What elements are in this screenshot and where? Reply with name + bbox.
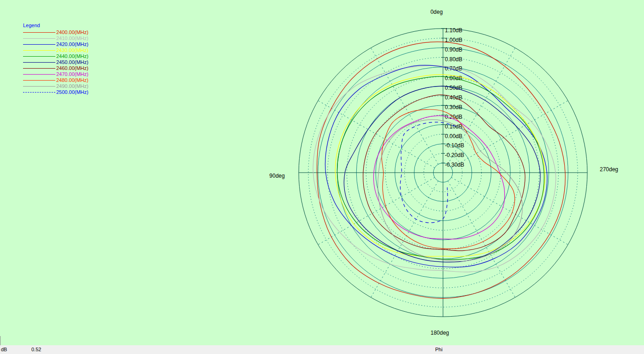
radial-label--0.10dB: -0.10dB <box>445 142 464 149</box>
legend-swatch <box>23 74 55 75</box>
legend-item-243000: 2430.00(MHz) <box>23 47 89 53</box>
legend: Legend 2400.00(MHz)2410.00(MHz)2420.00(M… <box>23 23 89 95</box>
legend-item-241000: 2410.00(MHz) <box>23 35 89 41</box>
radial-label--0.30dB: -0.30dB <box>445 162 464 168</box>
legend-swatch <box>23 86 55 87</box>
radial-label-0.80dB: 0.80dB <box>445 56 462 63</box>
legend-swatch <box>23 38 55 39</box>
angle-label-180: 180deg <box>431 330 449 336</box>
statusbar-phi-label: Phi <box>435 347 443 352</box>
legend-item-244000: 2440.00(MHz) <box>23 53 89 59</box>
legend-title: Legend <box>23 23 89 29</box>
legend-item-250000: 2500.00(MHz) <box>23 89 89 95</box>
legend-label: 2480.00(MHz) <box>56 77 89 83</box>
trace-241000MHz <box>313 65 556 272</box>
radial-label-1.10dB: 1.10dB <box>445 27 462 34</box>
legend-swatch <box>23 92 55 93</box>
status-bar: dB 0.52 Phi <box>0 345 644 354</box>
angle-label-270: 270deg <box>600 166 618 173</box>
radial-label-0.00dB: 0.00dB <box>445 133 462 139</box>
legend-label: 2440.00(MHz) <box>56 53 89 59</box>
left-edge-artifact <box>0 336 0 345</box>
polar-chart-area: 1.10dB1.00dB0.90dB0.80dB0.70dB0.60dB0.50… <box>0 0 644 345</box>
statusbar-db-value: 0.52 <box>31 347 41 352</box>
legend-swatch <box>23 62 55 63</box>
legend-item-246000: 2460.00(MHz) <box>23 65 89 71</box>
legend-item-240000: 2400.00(MHz) <box>23 29 89 35</box>
legend-item-248000: 2480.00(MHz) <box>23 77 89 83</box>
trace-248000MHz <box>382 110 515 249</box>
legend-label: 2470.00(MHz) <box>56 71 89 77</box>
legend-item-247000: 2470.00(MHz) <box>23 71 89 77</box>
legend-items: 2400.00(MHz)2410.00(MHz)2420.00(MHz)2430… <box>23 29 89 95</box>
legend-label: 2410.00(MHz) <box>56 35 89 41</box>
legend-swatch <box>23 50 55 51</box>
radial-label--0.20dB: -0.20dB <box>445 152 464 158</box>
legend-swatch <box>23 68 55 69</box>
radial-label-0.60dB: 0.60dB <box>445 75 462 81</box>
legend-label: 2450.00(MHz) <box>56 59 89 65</box>
legend-label: 2460.00(MHz) <box>56 65 89 71</box>
polar-chart: 1.10dB1.00dB0.90dB0.80dB0.70dB0.60dB0.50… <box>0 0 644 345</box>
legend-label: 2420.00(MHz) <box>56 41 89 47</box>
radial-label-0.30dB: 0.30dB <box>445 104 462 110</box>
legend-item-242000: 2420.00(MHz) <box>23 41 89 47</box>
radial-label-0.90dB: 0.90dB <box>445 46 462 53</box>
statusbar-db-label: dB <box>1 347 7 352</box>
angle-label-0: 0deg <box>431 9 443 15</box>
legend-label: 2430.00(MHz) <box>56 47 89 53</box>
angle-label-90: 90deg <box>269 173 284 179</box>
legend-item-249000: 2490.00(MHz) <box>23 83 89 89</box>
trace-243000MHz <box>335 75 545 256</box>
legend-swatch <box>23 32 55 33</box>
legend-item-245000: 2450.00(MHz) <box>23 59 89 65</box>
legend-swatch <box>23 56 55 57</box>
trace-242000MHz <box>325 65 547 267</box>
legend-label: 2400.00(MHz) <box>56 29 89 35</box>
legend-swatch <box>23 44 55 45</box>
radial-label-0.50dB: 0.50dB <box>445 85 462 91</box>
legend-label: 2500.00(MHz) <box>56 89 89 95</box>
trace-244000MHz <box>337 76 544 260</box>
legend-label: 2490.00(MHz) <box>56 83 89 89</box>
legend-swatch <box>23 80 55 81</box>
